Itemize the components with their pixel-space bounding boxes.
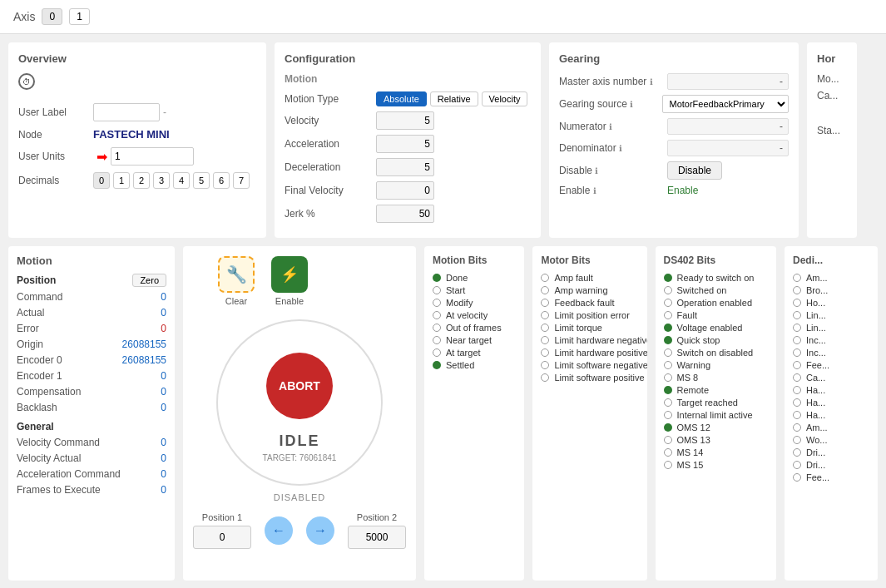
decimal-2[interactable]: 2 bbox=[133, 172, 150, 189]
ha2-label: Ha... bbox=[806, 398, 825, 408]
accel-command-label: Acceleration Command bbox=[17, 468, 121, 480]
compensation-row: Compensation 0 bbox=[17, 385, 166, 398]
axis-0-button[interactable]: 0 bbox=[42, 8, 62, 25]
feedback-fault-label: Feedback fault bbox=[554, 298, 614, 308]
switch-on-disabled-dot bbox=[664, 348, 672, 357]
switch-on-disabled-label: Switch on disabled bbox=[677, 348, 754, 358]
wo-label: Wo... bbox=[806, 435, 827, 445]
decimal-6[interactable]: 6 bbox=[213, 172, 230, 189]
user-label-input[interactable] bbox=[93, 103, 160, 121]
ho-label: Ho... bbox=[806, 298, 825, 308]
fee-dot bbox=[793, 361, 801, 369]
bit-done: Done bbox=[433, 273, 516, 283]
denominator-label: Denominator ℹ bbox=[559, 142, 667, 154]
limit-sw-pos-dot bbox=[541, 373, 549, 382]
home-row-3 bbox=[817, 106, 847, 120]
ms14-dot bbox=[664, 448, 672, 457]
internal-limit-dot bbox=[664, 411, 672, 419]
ho-dot bbox=[793, 299, 801, 307]
overview-title: Overview bbox=[18, 52, 256, 65]
gearing-source-select[interactable]: MotorFeedbackPrimary bbox=[662, 95, 789, 113]
nav-back-button[interactable]: ← bbox=[265, 516, 293, 545]
gearing-source-label: Gearing source ℹ bbox=[559, 98, 662, 110]
motion-type-relative[interactable]: Relative bbox=[430, 91, 478, 106]
nav-forward-button[interactable]: → bbox=[306, 516, 334, 545]
acceleration-input[interactable] bbox=[376, 135, 434, 153]
position2-input[interactable] bbox=[348, 526, 406, 549]
decimal-1[interactable]: 1 bbox=[113, 172, 130, 189]
lin1-dot bbox=[793, 311, 801, 319]
denominator-value: - bbox=[667, 140, 789, 156]
configuration-card: Configuration Motion Motion Type Absolut… bbox=[275, 42, 541, 238]
numerator-value: - bbox=[667, 118, 789, 135]
decimal-4[interactable]: 4 bbox=[173, 172, 190, 189]
position2-label: Position 2 bbox=[357, 512, 397, 522]
oms12-dot bbox=[664, 423, 672, 432]
app-title: Axis bbox=[13, 10, 35, 23]
bit-ca: Ca... bbox=[793, 373, 869, 383]
warning-dot bbox=[664, 361, 672, 369]
top-bar: Axis 0 1 bbox=[0, 0, 886, 34]
ms8-label: MS 8 bbox=[677, 373, 699, 383]
enable-button[interactable]: ⚡ bbox=[271, 256, 308, 293]
broom-icon: 🔧 bbox=[226, 264, 247, 284]
acceleration-label: Acceleration bbox=[285, 138, 376, 150]
voltage-enabled-label: Voltage enabled bbox=[677, 323, 743, 333]
general-header: General bbox=[17, 421, 166, 432]
zero-button[interactable]: Zero bbox=[132, 274, 166, 287]
bit-limit-torque: Limit torque bbox=[541, 323, 638, 333]
frames-label: Frames to Execute bbox=[17, 484, 101, 496]
inc1-label: Inc... bbox=[806, 335, 826, 345]
enable-link[interactable]: Enable bbox=[667, 185, 698, 196]
clear-label: Clear bbox=[225, 296, 247, 306]
encoder1-value: 0 bbox=[161, 370, 166, 382]
velocity-command-row: Velocity Command 0 bbox=[17, 436, 166, 449]
dedi-bits-panel: Dedi... Am... Bro... Ho... Lin... Lin...… bbox=[785, 246, 878, 581]
amp-fault-dot bbox=[541, 274, 549, 282]
dri2-dot bbox=[793, 461, 801, 469]
velocity-actual-row: Velocity Actual 0 bbox=[17, 452, 166, 465]
ready-switch-on-label: Ready to switch on bbox=[677, 273, 755, 283]
velocity-input[interactable] bbox=[376, 111, 434, 130]
bit-internal-limit: Internal limit active bbox=[664, 410, 768, 420]
motion-type-absolute[interactable]: Absolute bbox=[376, 91, 427, 106]
ha2-dot bbox=[793, 398, 801, 407]
near-target-dot bbox=[433, 336, 441, 344]
position1-input[interactable] bbox=[193, 526, 251, 549]
decimal-5[interactable]: 5 bbox=[193, 172, 210, 189]
clear-button[interactable]: 🔧 bbox=[218, 256, 255, 293]
accel-command-row: Acceleration Command 0 bbox=[17, 467, 166, 481]
abort-button[interactable]: ABORT bbox=[266, 343, 333, 419]
accel-command-value: 0 bbox=[161, 468, 166, 480]
idle-text: IDLE bbox=[263, 432, 337, 450]
command-value: 0 bbox=[161, 291, 166, 303]
limit-sw-neg-label: Limit software negative bbox=[554, 360, 646, 370]
deceleration-input[interactable] bbox=[376, 158, 434, 176]
abort-btn-inner[interactable]: ABORT bbox=[266, 353, 333, 419]
position-controls: Position 1 ← → Position 2 bbox=[193, 512, 406, 549]
target-text: TARGET: 76061841 bbox=[263, 453, 337, 462]
actual-row: Actual 0 bbox=[17, 306, 166, 319]
decimal-7[interactable]: 7 bbox=[233, 172, 250, 189]
encoder0-row: Encoder 0 26088155 bbox=[17, 353, 166, 367]
actual-value: 0 bbox=[161, 307, 166, 319]
decimal-3[interactable]: 3 bbox=[153, 172, 170, 189]
final-velocity-input[interactable] bbox=[376, 181, 434, 200]
am-dot bbox=[793, 274, 801, 282]
jerk-input[interactable] bbox=[376, 205, 434, 223]
limit-torque-dot bbox=[541, 324, 549, 332]
bit-ha3: Ha... bbox=[793, 410, 869, 420]
error-label: Error bbox=[17, 323, 39, 334]
axis-1-button[interactable]: 1 bbox=[69, 8, 90, 25]
at-velocity-label: At velocity bbox=[446, 310, 488, 320]
encoder0-value: 26088155 bbox=[122, 354, 166, 366]
decimal-0[interactable]: 0 bbox=[93, 172, 110, 189]
compensation-value: 0 bbox=[161, 386, 166, 398]
start-label: Start bbox=[446, 285, 465, 295]
bit-modify: Modify bbox=[433, 298, 516, 308]
user-units-input[interactable] bbox=[111, 147, 194, 166]
disable-button[interactable]: Disable bbox=[667, 161, 722, 180]
ds402-bits-panel: DS402 Bits Ready to switch on Switched o… bbox=[656, 246, 776, 581]
motion-type-velocity[interactable]: Velocity bbox=[482, 91, 528, 106]
bit-ha1: Ha... bbox=[793, 385, 869, 395]
